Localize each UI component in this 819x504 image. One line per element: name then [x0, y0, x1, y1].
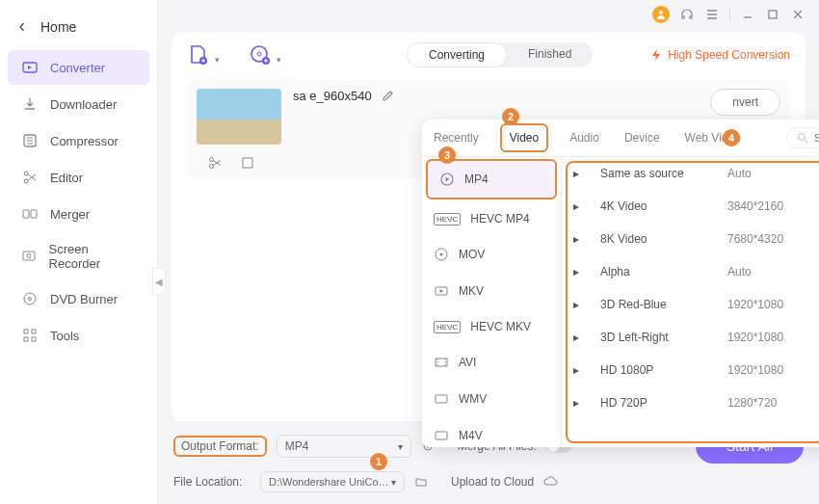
svg-point-26 — [440, 253, 443, 256]
sidebar-item-downloader[interactable]: Downloader — [8, 87, 149, 121]
sidebar-item-label: Converter — [50, 61, 105, 75]
tab-converting[interactable]: Converting — [407, 42, 507, 67]
video-icon: ▸ — [573, 265, 589, 279]
file-location-select[interactable]: D:\Wondershare UniConverter 1 ▾ — [260, 471, 405, 492]
svg-rect-12 — [24, 337, 28, 341]
tab-recently[interactable]: Recently — [430, 121, 483, 154]
back-home-row[interactable]: Home — [0, 10, 157, 48]
popup-tabs: Recently Video Audio Device Web Video — [422, 119, 819, 157]
res-8k[interactable]: ▸8K Video7680*4320 — [562, 223, 819, 255]
res-4k[interactable]: ▸4K Video3840*2160 — [562, 190, 819, 223]
format-hevcmp4[interactable]: HEVCHEVC MP4 — [422, 201, 561, 236]
res-same-as-source[interactable]: ▸Same as sourceAuto — [562, 157, 819, 190]
svg-point-3 — [24, 179, 28, 183]
minimize-icon[interactable] — [740, 7, 755, 22]
mov-icon — [434, 247, 449, 262]
merger-icon — [21, 205, 39, 223]
svg-point-14 — [659, 11, 663, 14]
video-icon: ▸ — [573, 199, 589, 213]
res-3d-leftright[interactable]: ▸3D Left-Right1920*1080 — [562, 321, 819, 354]
video-icon: ▸ — [573, 232, 589, 246]
menu-icon[interactable] — [704, 7, 720, 22]
add-file-button[interactable]: ▾ — [187, 43, 210, 66]
recorder-icon — [21, 248, 38, 265]
tab-video[interactable]: Video — [500, 123, 548, 152]
trim-icon[interactable] — [208, 156, 222, 170]
disc-icon — [21, 290, 39, 307]
hevc-icon: HEVC — [434, 321, 461, 333]
svg-rect-22 — [243, 158, 252, 168]
output-format-select[interactable]: MP4 ▾ — [277, 435, 411, 458]
compressor-icon — [21, 132, 39, 149]
avi-icon — [434, 355, 449, 370]
sidebar-item-label: Editor — [50, 171, 83, 185]
cloud-icon[interactable] — [543, 476, 559, 488]
svg-point-2 — [24, 172, 28, 175]
badge-2: 2 — [502, 108, 519, 125]
fileloc-label: File Location: — [173, 475, 251, 489]
svg-rect-6 — [23, 252, 35, 260]
high-speed-badge[interactable]: High Speed Conversion — [650, 48, 790, 62]
avatar[interactable] — [652, 6, 670, 23]
headset-icon[interactable] — [679, 7, 695, 22]
filename: sa e_960x540 — [293, 89, 372, 103]
res-720p[interactable]: ▸HD 720P1280*720 — [562, 386, 819, 419]
svg-point-23 — [799, 134, 806, 141]
chevron-down-icon: ▾ — [391, 477, 396, 488]
res-3d-redblue[interactable]: ▸3D Red-Blue1920*1080 — [562, 288, 819, 321]
search-input[interactable] — [814, 132, 819, 144]
close-icon[interactable] — [790, 7, 806, 22]
res-alpha[interactable]: ▸AlphaAuto — [562, 255, 819, 288]
badge-1: 1 — [370, 453, 387, 470]
sidebar-item-merger[interactable]: Merger — [8, 197, 149, 231]
mkv-icon — [434, 283, 449, 299]
svg-point-18 — [257, 52, 261, 56]
sidebar-item-screenrecorder[interactable]: Screen Recorder — [8, 233, 149, 279]
file-tools — [197, 150, 281, 170]
tab-audio[interactable]: Audio — [566, 121, 603, 154]
format-mkv[interactable]: MKV — [422, 273, 561, 309]
convert-button[interactable]: nvert — [710, 89, 780, 116]
lightning-icon — [650, 48, 662, 62]
hsc-label: High Speed Conversion — [668, 48, 790, 62]
main-area: ▾ ▾ Converting Finished High Speed Conve… — [158, 0, 819, 504]
resolution-panel: ▸Same as sourceAuto ▸4K Video3840*2160 ▸… — [562, 157, 819, 447]
sidebar-item-editor[interactable]: Editor — [8, 160, 149, 195]
grid-icon — [21, 327, 39, 344]
upload-label: Upload to Cloud — [451, 475, 534, 489]
converter-icon — [21, 59, 39, 76]
maximize-icon[interactable] — [765, 7, 780, 22]
format-hevcmkv[interactable]: HEVCHEVC MKV — [422, 309, 561, 344]
search-icon — [797, 132, 808, 144]
video-thumbnail[interactable] — [197, 89, 281, 145]
sidebar-item-dvdburner[interactable]: DVD Burner — [8, 281, 149, 316]
svg-rect-13 — [32, 337, 36, 341]
sidebar-item-converter[interactable]: Converter — [8, 50, 149, 85]
sidebar-item-label: Compressor — [50, 134, 119, 148]
scissors-icon — [21, 169, 39, 186]
sidebar-item-label: Screen Recorder — [49, 242, 136, 271]
edit-filename-icon[interactable] — [382, 90, 394, 102]
format-search[interactable] — [786, 127, 819, 148]
res-1080p[interactable]: ▸HD 1080P1920*1080 — [562, 354, 819, 386]
sidebar-item-compressor[interactable]: Compressor — [8, 123, 149, 158]
tab-device[interactable]: Device — [621, 121, 664, 154]
format-avi[interactable]: AVI — [422, 344, 561, 381]
badge-4: 4 — [723, 129, 740, 146]
format-mov[interactable]: MOV — [422, 236, 561, 273]
folder-icon[interactable] — [414, 475, 428, 489]
video-icon: ▸ — [573, 167, 589, 180]
video-icon: ▸ — [573, 298, 589, 311]
tab-finished[interactable]: Finished — [507, 42, 593, 67]
crop-icon[interactable] — [241, 156, 254, 170]
format-m4v[interactable]: M4V — [422, 417, 561, 447]
add-dvd-button[interactable]: ▾ — [249, 43, 272, 66]
format-wmv[interactable]: WMV — [422, 381, 561, 417]
format-mp4[interactable]: MP4 — [426, 159, 557, 199]
sidebar-item-tools[interactable]: Tools — [8, 318, 149, 353]
svg-rect-4 — [23, 210, 29, 218]
content-panel: ▾ ▾ Converting Finished High Speed Conve… — [172, 33, 806, 421]
svg-rect-5 — [31, 210, 37, 218]
svg-rect-29 — [436, 395, 447, 403]
mp4-icon — [439, 172, 455, 187]
